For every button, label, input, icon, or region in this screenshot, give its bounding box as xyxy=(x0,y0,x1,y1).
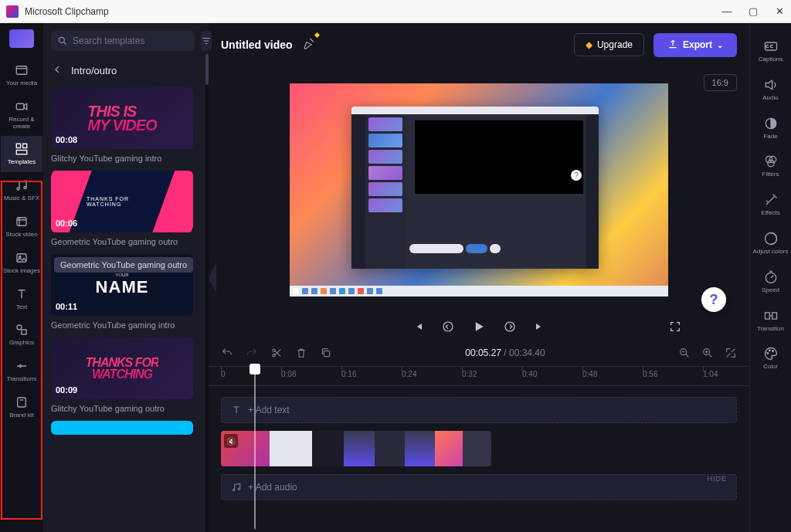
add-text-track[interactable]: + Add text xyxy=(221,397,737,423)
svg-rect-12 xyxy=(18,398,26,407)
svg-point-6 xyxy=(24,187,26,189)
search-icon xyxy=(57,36,68,46)
svg-rect-31 xyxy=(772,312,776,318)
back-arrow-icon[interactable] xyxy=(51,63,63,78)
zoom-in-button[interactable] xyxy=(701,347,714,359)
duplicate-button[interactable] xyxy=(320,347,332,359)
rp-audio[interactable]: Audio xyxy=(751,73,791,107)
rewind-button[interactable] xyxy=(442,320,454,333)
svg-rect-8 xyxy=(17,254,26,263)
rp-fade[interactable]: Fade xyxy=(751,111,791,145)
nav-music-sfx[interactable]: Music & SFX xyxy=(1,172,42,208)
rp-filters[interactable]: Filters xyxy=(751,149,791,183)
template-card[interactable]: THIS ISMY VIDEO00:08 Glitchy YouTube gam… xyxy=(51,87,201,163)
window-minimize-button[interactable]: — xyxy=(721,6,732,17)
template-card[interactable]: THANKS FORWATCHING00:09 Glitchy YouTube … xyxy=(51,337,201,413)
export-button[interactable]: Export ⌄ xyxy=(654,33,737,57)
nav-label: Templates xyxy=(8,159,36,166)
template-card[interactable] xyxy=(51,421,201,435)
nav-text[interactable]: Text xyxy=(1,281,42,317)
search-box[interactable] xyxy=(51,31,195,51)
ruler-mark: 0:24 xyxy=(402,370,416,378)
stock-image-icon xyxy=(15,251,29,265)
rp-captions[interactable]: Captions xyxy=(751,34,791,68)
rp-effects[interactable]: Effects xyxy=(751,188,791,222)
nav-stock-images[interactable]: Stock images xyxy=(1,245,42,281)
search-input[interactable] xyxy=(73,36,188,46)
ruler[interactable]: 00:080:160:240:320:400:480:561:04 xyxy=(209,366,749,386)
svg-rect-11 xyxy=(22,330,26,334)
transitions-icon xyxy=(15,359,29,373)
hide-tracks-button[interactable]: HIDE xyxy=(707,475,727,483)
left-rail: Your media Record & create Templates Mus… xyxy=(0,23,43,532)
video-canvas[interactable]: ? xyxy=(290,83,668,296)
play-button[interactable] xyxy=(471,319,487,334)
add-audio-label: + Add audio xyxy=(248,482,297,493)
timeline-tracks[interactable]: + Add text 🔇 + Add audio HIDE xyxy=(209,386,749,532)
nav-graphics[interactable]: Graphics xyxy=(1,317,42,353)
templates-icon xyxy=(15,142,29,156)
split-button[interactable] xyxy=(270,347,283,359)
video-clip[interactable]: 🔇 xyxy=(221,431,491,466)
rp-transition[interactable]: Transition xyxy=(751,303,791,337)
breadcrumb-label: Intro/outro xyxy=(71,65,117,76)
chevron-down-icon: ⌄ xyxy=(717,41,723,49)
ruler-mark: 0:16 xyxy=(341,370,356,378)
help-button[interactable]: ? xyxy=(701,287,726,312)
nav-templates[interactable]: Templates xyxy=(1,136,42,172)
rp-label: Audio xyxy=(762,95,778,102)
speed-icon xyxy=(763,269,779,285)
rp-adjust-colors[interactable]: Adjust colors xyxy=(751,226,791,260)
template-title: Glitchy YouTube gaming outro xyxy=(51,404,201,413)
nav-transitions[interactable]: Transitions xyxy=(1,353,42,389)
template-list[interactable]: THIS ISMY VIDEO00:08 Glitchy YouTube gam… xyxy=(43,83,209,532)
fullscreen-button[interactable] xyxy=(669,320,681,333)
playhead[interactable] xyxy=(250,364,260,374)
music-icon xyxy=(231,482,242,493)
upgrade-button[interactable]: ◆ Upgrade xyxy=(574,33,644,56)
svg-rect-30 xyxy=(765,312,769,318)
window-close-button[interactable]: ✕ xyxy=(774,6,785,17)
project-title[interactable]: Untitled video xyxy=(221,39,293,51)
template-title: Geometric YouTube gaming outro xyxy=(51,237,201,246)
add-audio-track[interactable]: + Add audio HIDE xyxy=(221,474,737,500)
template-card[interactable]: THANKS FOR WATCHING00:06 Geometric YouTu… xyxy=(51,171,201,246)
aspect-ratio-button[interactable]: 16:9 xyxy=(704,74,737,91)
window-maximize-button[interactable]: ▢ xyxy=(748,6,759,17)
gem-icon: ◆ xyxy=(586,39,592,50)
rp-label: Effects xyxy=(761,210,779,217)
forward-button[interactable] xyxy=(504,320,516,333)
undo-button[interactable] xyxy=(221,347,233,359)
ruler-mark: 0:32 xyxy=(462,370,477,378)
app-logo[interactable] xyxy=(9,29,34,48)
filter-button[interactable] xyxy=(201,31,212,51)
thumb-text: THANKS FORWATCHING xyxy=(86,357,159,380)
zoom-fit-button[interactable] xyxy=(725,347,737,359)
skip-back-button[interactable] xyxy=(412,320,425,333)
svg-rect-0 xyxy=(16,66,27,75)
zoom-out-button[interactable] xyxy=(678,347,691,359)
redo-button[interactable] xyxy=(246,347,258,359)
ruler-mark: 1:04 xyxy=(703,370,718,378)
template-title: Geometric YouTube gaming intro xyxy=(51,320,201,330)
template-card[interactable]: Geometric YouTube gaming outro YOURNAME0… xyxy=(51,254,201,330)
app-icon xyxy=(6,5,19,18)
rp-label: Adjust colors xyxy=(753,249,789,256)
nav-record-create[interactable]: Record & create xyxy=(1,93,42,137)
color-picker-icon[interactable] xyxy=(302,36,316,53)
rp-label: Transition xyxy=(757,326,784,333)
rp-speed[interactable]: Speed xyxy=(751,265,791,299)
svg-rect-3 xyxy=(23,144,27,148)
svg-rect-18 xyxy=(324,351,329,356)
svg-point-5 xyxy=(17,188,19,190)
svg-point-10 xyxy=(17,325,22,330)
skip-forward-button[interactable] xyxy=(533,320,545,333)
nav-stock-video[interactable]: Stock video xyxy=(1,208,42,245)
rp-label: Color xyxy=(763,364,778,371)
nav-label: Stock video xyxy=(5,232,37,239)
nav-brand-kit[interactable]: Brand kit xyxy=(1,389,42,425)
rp-color[interactable]: Color xyxy=(751,341,791,375)
delete-button[interactable] xyxy=(295,347,307,359)
music-icon xyxy=(15,178,29,192)
nav-your-media[interactable]: Your media xyxy=(1,57,42,93)
